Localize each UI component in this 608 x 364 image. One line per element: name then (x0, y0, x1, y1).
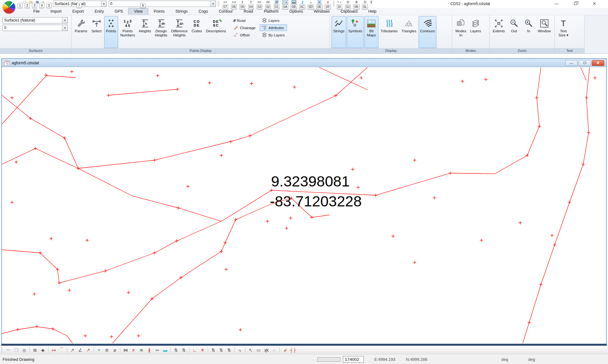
point-pair-icon[interactable]: ⇅ (180, 347, 188, 354)
chainage-button[interactable]: Chainage (231, 24, 258, 31)
heights-button[interactable]: hHeights (137, 16, 153, 48)
chevron-down-icon[interactable]: ▼ (210, 1, 216, 7)
tab-cogo[interactable]: Cogo (193, 8, 213, 15)
step-line-icon[interactable]: ∟ (191, 347, 199, 354)
perpendicular-icon[interactable]: ∦ (145, 347, 153, 354)
point-pair-icon[interactable]: ⇅ (172, 347, 180, 354)
intersect-arrows-icon[interactable]: × (95, 347, 103, 354)
qat-item-0D[interactable]: ▲0D (307, 0, 315, 9)
curve-fillet-icon[interactable]: ⌐ (270, 347, 278, 354)
descriptions-mini[interactable]: DE (266, 0, 270, 4)
rect-select-icon[interactable]: ▭ (255, 347, 263, 354)
point-pair-icon[interactable]: ⇅ (225, 347, 233, 354)
app-logo-icon[interactable] (2, 1, 16, 14)
qat-item-03[interactable]: CO03 (255, 0, 264, 9)
path-arrow-icon[interactable]: ⤷ (236, 347, 244, 354)
document-restore-button[interactable] (579, 60, 591, 66)
strings-mini[interactable]: ≶ (327, 0, 329, 4)
parallel-lines-icon[interactable]: ≋ (137, 347, 145, 354)
qat-item-01[interactable]: ///01 (272, 0, 281, 9)
document-close-button[interactable]: ✕ (592, 60, 604, 66)
tab-platform[interactable]: Platform (258, 8, 284, 15)
by-layers-button[interactable]: By Layers (260, 32, 287, 38)
design-heights-button[interactable]: dhDesign Heights (153, 16, 169, 48)
qat-item-0B[interactable]: 0B (289, 0, 298, 9)
cut-icon[interactable]: ✂ (4, 347, 12, 354)
survey-string[interactable] (2, 148, 78, 168)
tab-contour[interactable]: Contour (213, 8, 238, 15)
tab-gps[interactable]: GPS (109, 8, 128, 15)
layers-button[interactable]: Layers (260, 17, 287, 24)
extents-button[interactable]: Extents (491, 16, 506, 48)
point-pair-icon[interactable]: ⇅ (217, 347, 225, 354)
design-heights-mini[interactable]: ↥ (250, 0, 252, 4)
numbers-mini[interactable]: 1 3 (232, 0, 236, 4)
window-button[interactable]: Window (536, 16, 552, 48)
window-copy-icon[interactable]: ⧉ (31, 347, 39, 354)
qat-item-04[interactable]: ↥04 (247, 0, 255, 9)
tab-road[interactable]: Road (238, 8, 258, 15)
qat-item-07[interactable]: ++07 (221, 0, 230, 9)
polygon-select-icon[interactable]: ⋈ (122, 347, 130, 354)
close-button[interactable]: × (590, 1, 599, 7)
tab-clipboard[interactable]: Clipboard (335, 8, 363, 15)
qat-item-0L[interactable]: ⊡0L (361, 0, 369, 9)
qat-item-0E[interactable]: ≋0E (315, 0, 324, 9)
survey-string[interactable] (2, 95, 78, 168)
qat-item-0J[interactable]: ⊖0J (344, 0, 352, 9)
line-endpoints-icon[interactable]: ⊶ (50, 347, 58, 354)
survey-string[interactable] (523, 67, 590, 343)
params-button[interactable]: Params (73, 16, 89, 48)
triangles-button[interactable]: Triangles (400, 16, 418, 48)
survey-string[interactable] (319, 67, 368, 90)
layers-diamond-icon[interactable]: ◈ (39, 347, 47, 354)
circle-diameter-icon[interactable]: ⌀ (111, 347, 119, 354)
qat-item-02[interactable]: DE02 (264, 0, 272, 9)
point-pair-icon[interactable]: ⇅ (209, 347, 217, 354)
tab-windows[interactable]: Windows (308, 8, 335, 15)
survey-string[interactable] (581, 67, 586, 80)
tributaries-button[interactable]: Tributaries (379, 16, 399, 48)
attributes-button[interactable]: Attributes (260, 24, 287, 31)
circle-exclude-icon[interactable]: ⊘ (103, 347, 111, 354)
spline-icon[interactable]: ∾ (153, 347, 161, 354)
contours-mini[interactable]: ≋ (318, 0, 321, 4)
codes-button[interactable]: CODECodes (190, 16, 204, 48)
qat-item-06[interactable]: 1 306 (230, 0, 238, 9)
tab-export[interactable]: Export (67, 8, 89, 15)
points-numbers-button[interactable]: 1 2 34 5Points Numbers (119, 16, 137, 48)
delete-lines-icon[interactable]: ≠ (130, 347, 137, 354)
document-minimize-button[interactable]: — (565, 60, 578, 66)
pointer-icon[interactable]: ↖ (247, 347, 255, 354)
tab-entry[interactable]: Entry (89, 8, 109, 15)
survey-string[interactable] (78, 67, 367, 168)
draw-line-icon[interactable]: ↗ (68, 347, 76, 354)
survey-string[interactable] (495, 67, 541, 174)
qat-item-0K[interactable]: ⊕0K (352, 0, 361, 9)
qat-item-0F[interactable]: ≶0F (324, 0, 332, 9)
tributaries-mini[interactable]: ∫∫∫ (301, 0, 303, 4)
red-polyline-icon[interactable]: ↲ (281, 347, 289, 354)
surface-combobox[interactable]: Surface1 (Natural)▼ (3, 17, 68, 23)
draw-vector-icon[interactable]: ↗ (84, 347, 92, 354)
tab-strings[interactable]: Strings (170, 8, 193, 15)
road-mini[interactable]: /// (275, 0, 279, 4)
chevron-down-icon[interactable]: ▼ (62, 17, 67, 23)
difference-heights-button[interactable]: ΔhDifference Heights (169, 16, 189, 48)
survey-string[interactable] (2, 221, 221, 283)
road-button[interactable]: ///Road (231, 17, 258, 24)
minimize-button[interactable]: — (552, 1, 561, 7)
out-button[interactable]: Out (507, 16, 521, 48)
symbols-button[interactable]: Symbols (347, 16, 364, 48)
modes-in-button[interactable]: Modes In (454, 16, 468, 48)
chevron-down-icon[interactable]: ▼ (101, 1, 106, 7)
triangles-mini[interactable]: ▲ (309, 0, 312, 4)
toolbar-grip[interactable] (1, 347, 3, 353)
tab-help[interactable]: Help (363, 8, 382, 15)
qat-item-0I[interactable]: ↖↘0I (335, 0, 344, 9)
survey-string[interactable] (108, 89, 177, 95)
strings-button[interactable]: Strings (332, 16, 346, 48)
qat-overflow-button[interactable]: ▾ (370, 1, 372, 4)
extents-mini[interactable]: ↖↘ (337, 0, 341, 4)
curve-endpoints-icon[interactable]: ⌒ (58, 347, 66, 354)
